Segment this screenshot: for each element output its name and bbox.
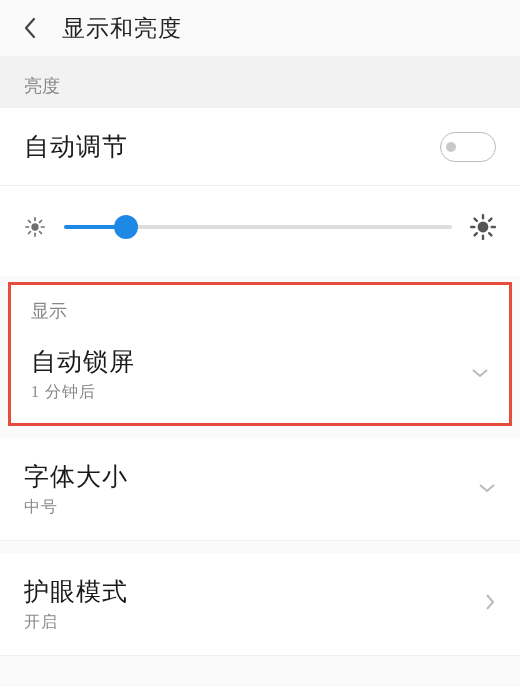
svg-line-17 (489, 219, 491, 221)
brightness-slider-row (0, 186, 520, 276)
svg-point-0 (31, 223, 38, 230)
font-size-title: 字体大小 (24, 460, 478, 493)
brightness-low-icon (24, 216, 46, 238)
row-texts: 自动调节 (24, 130, 440, 163)
section-label-display: 显示 (11, 285, 509, 331)
chevron-down-icon (478, 480, 496, 498)
highlight-box-display: 显示 自动锁屏 1 分钟后 (8, 282, 512, 426)
svg-point-9 (478, 222, 489, 233)
svg-line-7 (28, 232, 30, 234)
auto-adjust-title: 自动调节 (24, 130, 440, 163)
row-auto-adjust[interactable]: 自动调节 (0, 108, 520, 186)
svg-line-5 (28, 220, 30, 222)
auto-lock-subtitle: 1 分钟后 (31, 382, 471, 403)
brightness-slider[interactable] (64, 225, 452, 229)
row-texts: 自动锁屏 1 分钟后 (31, 345, 471, 403)
svg-line-14 (475, 219, 477, 221)
divider (0, 426, 520, 438)
toggle-auto-adjust[interactable] (440, 132, 496, 162)
font-size-subtitle: 中号 (24, 497, 478, 518)
svg-line-15 (489, 233, 491, 235)
row-auto-lock[interactable]: 自动锁屏 1 分钟后 (11, 331, 509, 423)
row-eye-protect[interactable]: 护眼模式 开启 (0, 553, 520, 656)
eye-protect-subtitle: 开启 (24, 612, 484, 633)
brightness-high-icon (470, 214, 496, 240)
row-texts: 护眼模式 开启 (24, 575, 484, 633)
section-label-brightness: 亮度 (0, 56, 520, 108)
chevron-right-icon (484, 592, 496, 616)
chevron-down-icon (471, 365, 489, 383)
eye-protect-title: 护眼模式 (24, 575, 484, 608)
header: 显示和亮度 (0, 0, 520, 56)
row-font-size[interactable]: 字体大小 中号 (0, 438, 520, 541)
slider-thumb[interactable] (114, 215, 138, 239)
divider (0, 541, 520, 553)
svg-line-6 (40, 232, 42, 234)
svg-line-8 (40, 220, 42, 222)
row-texts: 字体大小 中号 (24, 460, 478, 518)
back-icon[interactable] (16, 14, 44, 42)
toggle-knob (446, 142, 456, 152)
auto-lock-title: 自动锁屏 (31, 345, 471, 378)
page-title: 显示和亮度 (62, 13, 182, 44)
svg-line-16 (475, 233, 477, 235)
